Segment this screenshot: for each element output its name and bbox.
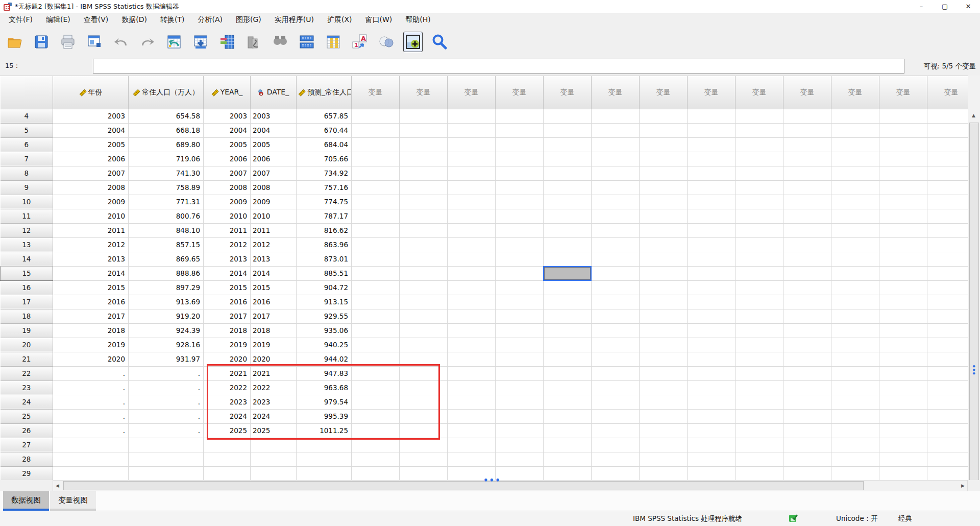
cell-empty[interactable] (544, 223, 592, 237)
select-cases-icon[interactable] (377, 32, 396, 52)
cell-empty[interactable] (496, 409, 544, 423)
cell-empty[interactable] (352, 195, 400, 209)
cell[interactable]: 2017 (251, 309, 297, 323)
cell-empty[interactable] (831, 452, 879, 466)
cell[interactable] (129, 438, 204, 452)
cell-empty[interactable] (831, 180, 879, 195)
cell-empty[interactable] (688, 409, 736, 423)
cell-empty[interactable] (879, 366, 927, 380)
cell-empty[interactable] (544, 366, 592, 380)
cell-empty[interactable] (831, 338, 879, 352)
row-header-cell[interactable]: 17 (1, 295, 53, 309)
cell-empty[interactable] (736, 123, 783, 137)
cell-empty[interactable] (879, 180, 927, 195)
search-icon[interactable] (430, 32, 449, 52)
cell[interactable]: 913.69 (129, 295, 204, 309)
cell-empty[interactable] (352, 380, 400, 395)
cell-empty[interactable] (927, 352, 968, 366)
cell-empty[interactable] (544, 252, 592, 266)
cell[interactable]: 689.80 (129, 137, 204, 152)
cell-empty[interactable] (592, 280, 640, 295)
menu-item[interactable]: 文件(F) (2, 14, 39, 26)
column-header[interactable]: 预测_常住人口（万人）_... (297, 76, 352, 109)
row-header-cell[interactable]: 16 (1, 280, 53, 295)
cell-empty[interactable] (879, 266, 927, 280)
column-header-placeholder[interactable]: 变量 (496, 76, 544, 109)
menu-item[interactable]: 实用程序(U) (268, 14, 321, 26)
cell-empty[interactable] (640, 380, 688, 395)
cell-empty[interactable] (783, 123, 831, 137)
menu-item[interactable]: 窗口(W) (358, 14, 399, 26)
cell-empty[interactable] (592, 223, 640, 237)
cell[interactable]: 2013 (251, 252, 297, 266)
cell[interactable]: 2018 (204, 323, 251, 338)
cell-empty[interactable] (352, 452, 400, 466)
cell[interactable]: 873.01 (297, 252, 352, 266)
cell-empty[interactable] (831, 409, 879, 423)
cell-empty[interactable] (927, 137, 968, 152)
cell-empty[interactable] (783, 152, 831, 166)
cell-empty[interactable] (688, 452, 736, 466)
cell-empty[interactable] (783, 280, 831, 295)
cell-empty[interactable] (927, 237, 968, 252)
cell[interactable]: . (129, 380, 204, 395)
cell[interactable]: 2024 (251, 409, 297, 423)
cell-empty[interactable] (927, 466, 968, 480)
row-header-cell[interactable]: 24 (1, 395, 53, 409)
cell[interactable] (251, 452, 297, 466)
cell[interactable]: 2006 (53, 152, 129, 166)
cell[interactable]: . (53, 409, 129, 423)
cell[interactable]: 2019 (204, 338, 251, 352)
cell[interactable]: 863.96 (297, 237, 352, 252)
cell-empty[interactable] (831, 152, 879, 166)
cell[interactable]: 2016 (251, 295, 297, 309)
cell-empty[interactable] (879, 109, 927, 123)
cell-empty[interactable] (927, 166, 968, 180)
cell-empty[interactable] (927, 395, 968, 409)
cell-empty[interactable] (879, 409, 927, 423)
cell[interactable]: 2006 (204, 152, 251, 166)
column-header-placeholder[interactable]: 变量 (879, 76, 927, 109)
cell-empty[interactable] (496, 252, 544, 266)
cell-empty[interactable] (688, 380, 736, 395)
cell[interactable]: 2012 (53, 237, 129, 252)
cell-empty[interactable] (927, 438, 968, 452)
cell-empty[interactable] (736, 309, 783, 323)
cell[interactable]: 2007 (204, 166, 251, 180)
cell[interactable]: . (53, 380, 129, 395)
cell[interactable] (297, 438, 352, 452)
recall-dialogs-icon[interactable] (85, 32, 104, 52)
cell-empty[interactable] (400, 409, 448, 423)
cell-empty[interactable] (879, 423, 927, 438)
column-header-placeholder[interactable]: 变量 (736, 76, 783, 109)
cell-empty[interactable] (544, 137, 592, 152)
cell[interactable]: 888.86 (129, 266, 204, 280)
menu-item[interactable]: 图形(G) (229, 14, 268, 26)
cell-empty[interactable] (400, 352, 448, 366)
cell-empty[interactable] (688, 295, 736, 309)
cell-empty[interactable] (544, 123, 592, 137)
cell-empty[interactable] (831, 137, 879, 152)
cell-empty[interactable] (879, 309, 927, 323)
cell-empty[interactable] (592, 123, 640, 137)
menu-item[interactable]: 扩展(X) (321, 14, 359, 26)
cell-empty[interactable] (831, 252, 879, 266)
scroll-up-icon[interactable]: ▲ (972, 110, 975, 121)
cell-empty[interactable] (688, 423, 736, 438)
cell-empty[interactable] (352, 166, 400, 180)
cell-empty[interactable] (831, 438, 879, 452)
cell-empty[interactable] (879, 438, 927, 452)
cell-empty[interactable] (783, 338, 831, 352)
pane-splitter-handle-vertical[interactable]: ••• (972, 365, 976, 375)
cell-empty[interactable] (496, 352, 544, 366)
cell-empty[interactable] (448, 338, 496, 352)
cell-empty[interactable] (544, 452, 592, 466)
cell-empty[interactable] (640, 295, 688, 309)
cell-empty[interactable] (688, 366, 736, 380)
cell-empty[interactable] (688, 280, 736, 295)
cell[interactable]: 2008 (204, 180, 251, 195)
cell-empty[interactable] (640, 180, 688, 195)
cell[interactable]: 787.17 (297, 209, 352, 223)
cell-empty[interactable] (927, 409, 968, 423)
use-variable-sets-icon[interactable] (403, 32, 423, 52)
